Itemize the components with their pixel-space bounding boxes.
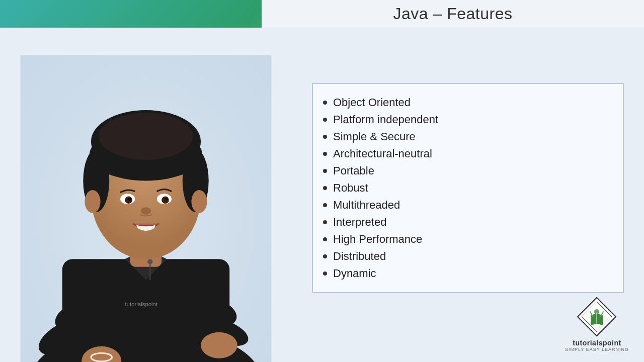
feature-label: Multithreaded	[333, 199, 400, 212]
bullet-icon	[323, 254, 327, 258]
list-item: Robust	[323, 179, 610, 197]
feature-label: Platform independent	[333, 113, 438, 126]
person-area: tutorialspoint	[0, 55, 292, 362]
svg-text:tutorialspoint: tutorialspoint	[125, 301, 158, 307]
svg-point-24	[141, 207, 151, 215]
list-item: Dynamic	[323, 265, 610, 282]
bullet-icon	[323, 118, 327, 122]
svg-point-17	[99, 113, 193, 160]
feature-label: Simple & Secure	[333, 130, 416, 143]
content-area: tutorialspoint Object OrientedPlatform i…	[0, 28, 644, 362]
feature-label: Robust	[333, 182, 368, 195]
list-item: Portable	[323, 162, 610, 179]
list-item: Object Oriented	[323, 94, 610, 111]
bullet-icon	[323, 169, 327, 173]
feature-label: Portable	[333, 164, 374, 177]
logo-tagline-text: SIMPLY EASY LEARNING	[565, 347, 629, 352]
logo-area: tutorialspoint SIMPLY EASY LEARNING	[565, 297, 629, 352]
bullet-icon	[323, 203, 327, 207]
list-item: Architectural-neutral	[323, 145, 610, 162]
bullet-icon	[323, 135, 327, 139]
tutorialspoint-logo-icon	[577, 297, 617, 337]
feature-label: Dynamic	[333, 267, 376, 280]
features-box: Object OrientedPlatform independentSimpl…	[312, 83, 624, 293]
list-item: Platform independent	[323, 111, 610, 128]
list-item: Multithreaded	[323, 197, 610, 214]
feature-label: High Performance	[333, 233, 422, 246]
bullet-icon	[323, 220, 327, 224]
svg-point-25	[85, 190, 100, 213]
svg-point-28	[147, 259, 152, 264]
features-list: Object OrientedPlatform independentSimpl…	[323, 94, 610, 282]
feature-label: Interpreted	[333, 216, 386, 229]
bullet-icon	[323, 186, 327, 190]
svg-point-22	[128, 198, 131, 201]
feature-label: Object Oriented	[333, 96, 411, 109]
logo-brand-text: tutorialspoint	[573, 339, 621, 347]
bullet-icon	[323, 101, 327, 105]
presenter-image: tutorialspoint	[0, 55, 292, 362]
list-item: Distributed	[323, 248, 610, 265]
bullet-icon	[323, 237, 327, 241]
svg-point-10	[201, 332, 237, 358]
svg-point-23	[165, 198, 168, 201]
list-item: High Performance	[323, 231, 610, 248]
svg-point-26	[191, 190, 207, 213]
list-item: Interpreted	[323, 214, 610, 231]
feature-label: Distributed	[333, 250, 386, 263]
bullet-icon	[323, 272, 327, 276]
list-item: Simple & Secure	[323, 128, 610, 145]
bullet-icon	[323, 152, 327, 156]
slide-title: Java – Features	[262, 0, 644, 28]
feature-label: Architectural-neutral	[333, 147, 432, 160]
